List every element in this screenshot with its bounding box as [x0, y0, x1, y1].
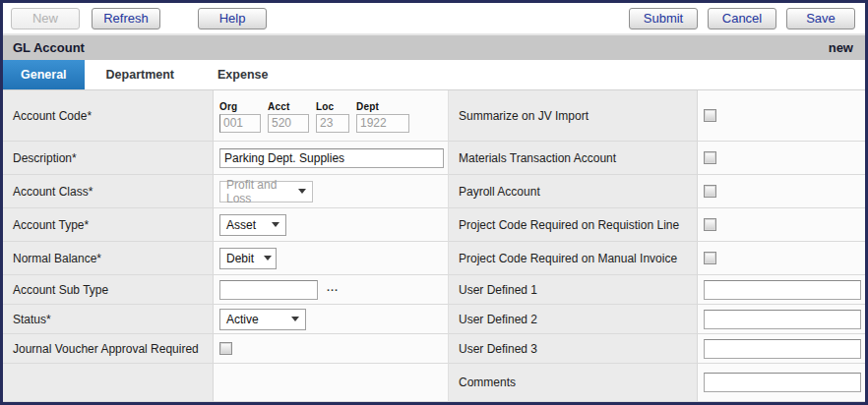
account-class-select[interactable]: Profit and Loss — [219, 181, 313, 202]
account-code-label: Account Code* — [3, 90, 214, 142]
account-type-select[interactable]: Asset — [219, 214, 286, 236]
chevron-down-icon — [291, 317, 299, 321]
record-mode-badge: new — [829, 40, 853, 55]
comments-label: Comments — [449, 364, 698, 402]
project-code-manual-invoice-cell — [698, 242, 865, 275]
loc-field: Loc — [316, 101, 349, 133]
account-code-value-cell: Org Acct Loc Dept — [214, 90, 449, 142]
summarize-jv-import-checkbox[interactable] — [704, 109, 716, 122]
payroll-account-checkbox[interactable] — [704, 185, 716, 198]
project-code-manual-invoice-label: Project Code Required on Manual Invoice — [449, 242, 698, 275]
status-cell: Active — [214, 305, 449, 334]
comments-input[interactable] — [704, 373, 861, 392]
description-label: Description* — [3, 142, 214, 175]
chevron-down-icon — [298, 189, 306, 194]
dept-field: Dept — [356, 101, 409, 133]
account-class-cell: Profit and Loss — [214, 175, 449, 208]
normal-balance-selected-value: Debit — [226, 252, 254, 265]
status-selected-value: Active — [226, 313, 259, 326]
user-defined-1-input[interactable] — [704, 280, 861, 300]
normal-balance-label: Normal Balance* — [3, 242, 214, 275]
user-defined-3-input[interactable] — [704, 339, 861, 359]
empty-label-cell — [3, 364, 214, 402]
org-input[interactable] — [219, 114, 261, 133]
account-sub-type-input[interactable] — [219, 280, 318, 300]
toolbar: New Refresh Help Submit Cancel Save — [3, 3, 865, 35]
account-code-group: Org Acct Loc Dept — [219, 99, 409, 133]
project-code-requisition-cell — [698, 208, 865, 242]
normal-balance-select[interactable]: Debit — [219, 248, 277, 269]
jv-approval-required-cell — [214, 334, 449, 364]
tab-general[interactable]: General — [3, 60, 85, 89]
jv-approval-required-label: Journal Voucher Approval Required — [3, 334, 214, 364]
tab-expense[interactable]: Expense — [196, 60, 289, 89]
dept-input[interactable] — [356, 114, 409, 133]
account-type-selected-value: Asset — [226, 218, 256, 232]
account-sub-type-label: Account Sub Type — [3, 275, 214, 305]
dept-field-label: Dept — [356, 101, 409, 112]
org-field: Org — [219, 101, 261, 133]
acct-input[interactable] — [268, 114, 309, 133]
summarize-jv-import-cell — [698, 90, 865, 142]
loc-field-label: Loc — [316, 101, 349, 112]
user-defined-1-cell — [698, 275, 865, 305]
status-select[interactable]: Active — [219, 309, 306, 330]
loc-input[interactable] — [316, 114, 349, 133]
help-button[interactable]: Help — [198, 8, 267, 29]
payroll-account-cell — [698, 175, 865, 208]
normal-balance-cell: Debit — [214, 242, 449, 275]
summarize-jv-import-label: Summarize on JV Import — [449, 90, 698, 142]
materials-transaction-label: Materials Transaction Account — [449, 142, 698, 175]
account-class-label: Account Class* — [3, 175, 214, 208]
empty-value-cell — [214, 364, 449, 402]
account-type-label: Account Type* — [3, 208, 214, 242]
account-sub-type-cell: ... — [214, 275, 449, 305]
chevron-down-icon — [272, 222, 279, 227]
lookup-ellipsis-icon[interactable]: ... — [327, 283, 339, 291]
acct-field: Acct — [268, 101, 309, 133]
comments-cell — [698, 364, 865, 402]
project-code-requisition-label: Project Code Required on Requistion Line — [449, 208, 698, 242]
project-code-manual-invoice-checkbox[interactable] — [704, 252, 716, 264]
user-defined-3-cell — [698, 334, 865, 364]
description-cell — [214, 142, 449, 175]
org-field-label: Org — [219, 101, 261, 112]
payroll-account-label: Payroll Account — [449, 175, 698, 208]
jv-approval-required-checkbox[interactable] — [219, 342, 232, 355]
toolbar-right-group: Submit Cancel Save — [629, 8, 855, 29]
user-defined-3-label: User Defined 3 — [449, 334, 698, 364]
status-label: Status* — [3, 305, 214, 334]
save-button[interactable]: Save — [786, 8, 855, 29]
chevron-down-icon — [264, 256, 272, 260]
refresh-button[interactable]: Refresh — [92, 8, 160, 29]
title-bar: GL Account new — [3, 35, 865, 60]
submit-button[interactable]: Submit — [629, 8, 698, 29]
user-defined-2-cell — [698, 305, 865, 334]
new-button[interactable]: New — [11, 8, 80, 29]
cancel-button[interactable]: Cancel — [708, 8, 776, 29]
general-form: Account Code* Org Acct Loc Dept — [3, 90, 865, 402]
user-defined-1-label: User Defined 1 — [449, 275, 698, 305]
tab-bar: General Department Expense — [3, 60, 865, 90]
acct-field-label: Acct — [268, 101, 309, 112]
project-code-requisition-checkbox[interactable] — [704, 218, 716, 231]
account-class-selected-value: Profit and Loss — [226, 178, 288, 205]
materials-transaction-cell — [698, 142, 865, 175]
user-defined-2-label: User Defined 2 — [449, 305, 698, 334]
gl-account-window: New Refresh Help Submit Cancel Save GL A… — [0, 0, 868, 405]
description-input[interactable] — [219, 148, 444, 168]
page-title: GL Account — [13, 40, 85, 55]
user-defined-2-input[interactable] — [704, 310, 861, 329]
materials-transaction-checkbox[interactable] — [704, 151, 716, 164]
tab-department[interactable]: Department — [85, 60, 196, 89]
account-type-cell: Asset — [214, 208, 449, 242]
